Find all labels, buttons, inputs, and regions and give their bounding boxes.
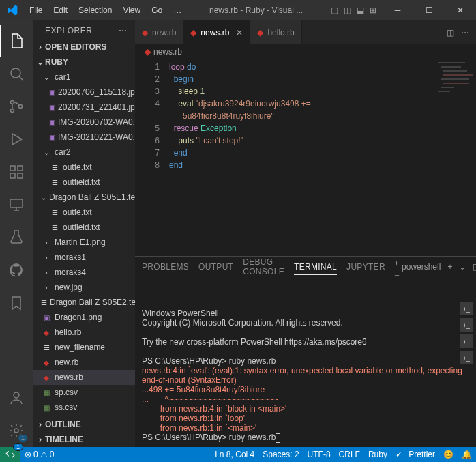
- terminal-shell-selector[interactable]: ⟩_ powershell: [395, 259, 441, 276]
- folder-item[interactable]: ⌄car1: [33, 70, 135, 85]
- github-icon[interactable]: [0, 254, 33, 287]
- terminal-shortcut-4[interactable]: ⟩_: [460, 351, 473, 364]
- menu-edit[interactable]: Edit: [48, 0, 73, 20]
- section-open-editors[interactable]: ›OPEN EDITORS: [33, 40, 135, 55]
- file-item[interactable]: ◆hello.rb: [33, 325, 135, 340]
- file-item[interactable]: ☰outfe.txt: [33, 160, 135, 175]
- folder-item[interactable]: ›new.jpg: [33, 280, 135, 295]
- svg-point-1: [11, 101, 14, 104]
- folder-item[interactable]: ⌄car2: [33, 145, 135, 160]
- problems-status[interactable]: ⊗0 ⚠0: [20, 447, 58, 462]
- toggle-panel-icon[interactable]: ▢: [329, 4, 340, 16]
- terminal-output[interactable]: ⟩_ ⟩_ ⟩_ ⟩_ Windows PowerShellCopyright …: [135, 277, 476, 447]
- close-button[interactable]: ✕: [445, 0, 476, 20]
- remote-indicator[interactable]: 1: [0, 447, 20, 462]
- terminal-side-icons: ⟩_ ⟩_ ⟩_ ⟩_: [460, 299, 473, 364]
- source-control-icon[interactable]: [0, 90, 33, 123]
- folder-item[interactable]: ›Martin E1.png: [33, 235, 135, 250]
- file-item[interactable]: ☰new_filename: [33, 340, 135, 355]
- tab-more-icon[interactable]: ⋯: [461, 28, 469, 38]
- menu-more[interactable]: …: [168, 0, 187, 20]
- minimap[interactable]: [435, 59, 476, 256]
- explorer-title: EXPLORER: [45, 26, 92, 35]
- tab-terminal[interactable]: TERMINAL: [294, 259, 337, 275]
- folder-item[interactable]: ›moraks1: [33, 250, 135, 265]
- chevron-icon: ›: [41, 282, 52, 293]
- menu-view[interactable]: View: [117, 0, 146, 20]
- tab-problems[interactable]: PROBLEMS: [142, 259, 189, 274]
- svg-rect-15: [441, 78, 469, 80]
- eol[interactable]: CRLF: [335, 447, 364, 462]
- chevron-icon: ›: [41, 237, 52, 248]
- file-item[interactable]: ☰outfe.txt: [33, 205, 135, 220]
- section-outline[interactable]: ›OUTLINE: [33, 417, 135, 432]
- close-tab-icon[interactable]: ✕: [236, 28, 243, 38]
- file-label: 20200706_115118.jpg: [58, 87, 135, 97]
- tab-label: new.rb: [152, 28, 176, 38]
- extensions-icon[interactable]: [0, 156, 33, 188]
- window-controls: ─ ☐ ✕: [382, 0, 476, 20]
- editor-tab[interactable]: ◆news.rb✕: [183, 20, 250, 44]
- customize-layout-icon[interactable]: ⊞: [368, 4, 378, 16]
- svg-rect-14: [443, 74, 473, 76]
- terminal-shortcut-3[interactable]: ⟩_: [460, 334, 473, 348]
- terminal-dropdown-icon[interactable]: ⌄: [459, 262, 466, 272]
- file-item[interactable]: ▣IMG-20210221-WA0...: [33, 130, 135, 145]
- file-item[interactable]: ▣20200731_221401.jpg: [33, 100, 135, 115]
- editor-tab[interactable]: ◆new.rb: [135, 20, 183, 44]
- file-item[interactable]: ◆news.rb: [33, 370, 135, 385]
- encoding[interactable]: UTF-8: [303, 447, 335, 462]
- tab-jupyter[interactable]: JUPYTER: [346, 259, 385, 274]
- folder-item[interactable]: ›moraks4: [33, 265, 135, 280]
- file-item[interactable]: ▦sp.csv: [33, 385, 135, 400]
- cursor-position[interactable]: Ln 8, Col 4: [211, 447, 258, 462]
- file-item[interactable]: ▣IMG-20200702-WA0...: [33, 115, 135, 130]
- file-item[interactable]: ▣20200706_115118.jpg: [33, 85, 135, 100]
- accounts-icon[interactable]: [0, 381, 33, 414]
- file-label: outfield.txt: [63, 222, 100, 232]
- ruby-file-icon: ◆: [142, 28, 148, 38]
- explorer-icon[interactable]: [0, 25, 33, 57]
- search-icon[interactable]: [0, 57, 33, 90]
- toggle-sidebar-icon[interactable]: ◫: [342, 4, 353, 16]
- indentation[interactable]: Spaces: 2: [258, 447, 303, 462]
- settings-icon[interactable]: 1: [0, 414, 33, 447]
- split-editor-icon[interactable]: ◫: [447, 28, 454, 38]
- minimize-button[interactable]: ─: [382, 0, 413, 20]
- menu-go[interactable]: Go: [146, 0, 168, 20]
- new-terminal-icon[interactable]: +: [447, 262, 452, 272]
- file-item[interactable]: ▦ss.csv: [33, 400, 135, 415]
- file-item[interactable]: ◆new.rb: [33, 355, 135, 370]
- tab-output[interactable]: OUTPUT: [198, 259, 233, 274]
- tab-debug-console[interactable]: DEBUG CONSOLE: [243, 255, 284, 279]
- bookmarks-icon[interactable]: [0, 287, 33, 319]
- file-item[interactable]: ▣Dragon1.png: [33, 310, 135, 325]
- notifications-icon[interactable]: 🔔: [458, 447, 476, 462]
- explorer-more-icon[interactable]: ⋯: [119, 26, 128, 35]
- split-terminal-icon[interactable]: ◫: [473, 262, 476, 272]
- file-label: Dragon Ball Z S05E1.text: [49, 192, 135, 202]
- run-debug-icon[interactable]: [0, 123, 33, 156]
- breadcrumb[interactable]: ◆ news.rb: [135, 44, 476, 59]
- section-timeline[interactable]: ›TIMELINE: [33, 432, 135, 447]
- menu-file[interactable]: File: [24, 0, 48, 20]
- prettier-status[interactable]: ✓ Prettier: [391, 447, 439, 462]
- testing-icon[interactable]: [0, 221, 33, 254]
- file-item[interactable]: ☰outfield.txt: [33, 175, 135, 190]
- section-root[interactable]: ⌄RUBY: [33, 55, 135, 70]
- code-editor[interactable]: 12345678 loop do begin sleep 1 eval "djs…: [135, 59, 476, 256]
- code-content[interactable]: loop do begin sleep 1 eval "djsakru3924r…: [169, 59, 435, 256]
- maximize-button[interactable]: ☐: [413, 0, 445, 20]
- folder-item[interactable]: ⌄Dragon Ball Z S05E1.text: [33, 190, 135, 205]
- terminal-shortcut-2[interactable]: ⟩_: [460, 318, 473, 332]
- menu-selection[interactable]: Selection: [73, 0, 117, 20]
- language-mode[interactable]: Ruby: [364, 447, 391, 462]
- svg-rect-8: [10, 199, 23, 207]
- editor-tab[interactable]: ◆hello.rb: [250, 20, 301, 44]
- feedback-icon[interactable]: 😊: [439, 447, 458, 462]
- remote-explorer-icon[interactable]: [0, 188, 33, 221]
- toggle-layout-icon[interactable]: ⬓: [355, 4, 366, 16]
- file-item[interactable]: ☰outfield.txt: [33, 220, 135, 235]
- file-item[interactable]: ☰Dragon Ball Z S05E2.text: [33, 295, 135, 310]
- terminal-shortcut-1[interactable]: ⟩_: [460, 302, 473, 315]
